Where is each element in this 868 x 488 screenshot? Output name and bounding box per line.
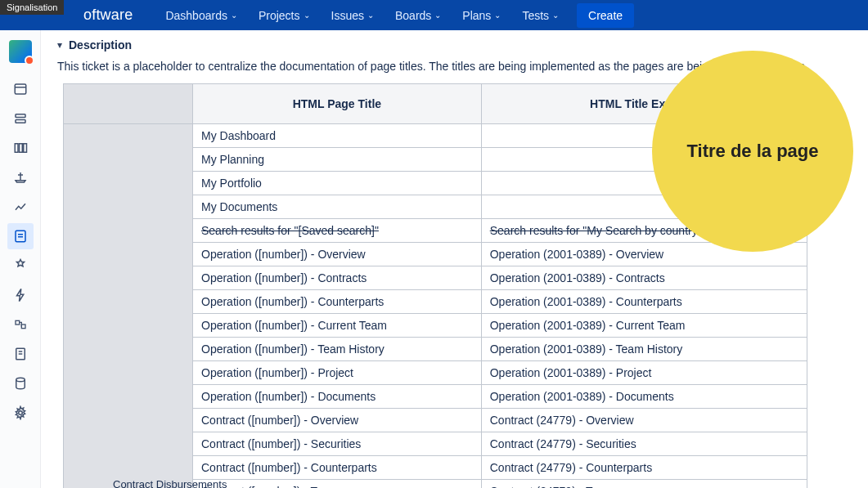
chevron-down-icon: ⌄ bbox=[434, 11, 441, 20]
table-header-blank bbox=[64, 84, 193, 124]
cell-page-title: My Documents bbox=[193, 195, 482, 219]
cell-title-example: Operation (2001-0389) - Documents bbox=[481, 385, 807, 409]
nav-label: Projects bbox=[259, 9, 300, 22]
nav-label: Plans bbox=[462, 9, 491, 22]
nav-item-boards[interactable]: Boards⌄ bbox=[387, 4, 449, 27]
nav-item-projects[interactable]: Projects⌄ bbox=[250, 4, 318, 27]
cell-title-example: Operation (2001-0389) - Project bbox=[481, 361, 807, 385]
cell-page-title: Operation ([number]) - Documents bbox=[193, 385, 482, 409]
cell-title-example: Operation (2001-0389) - Contracts bbox=[481, 266, 807, 290]
signalisation-badge: Signalisation bbox=[0, 0, 64, 15]
cell-title-example: Contract (24779) - Overview bbox=[481, 409, 807, 432]
cell-page-title: Operation ([number]) - Team History bbox=[193, 338, 482, 361]
addon-icon[interactable] bbox=[7, 253, 34, 279]
svg-rect-11 bbox=[21, 325, 25, 329]
cell-page-title: Contract ([number]) - Counterparts bbox=[193, 456, 482, 480]
nav-item-dashboards[interactable]: Dashboards⌄ bbox=[157, 4, 245, 27]
annotation-text: Titre de la page bbox=[687, 141, 819, 162]
cell-title-example: Operation (2001-0389) - Current Team bbox=[481, 314, 807, 338]
svg-rect-10 bbox=[16, 320, 20, 325]
nav-label: Boards bbox=[395, 9, 431, 22]
nav-label: Issues bbox=[331, 9, 364, 22]
svg-point-15 bbox=[16, 378, 25, 382]
cell-title-example: Contract (24779) - Securities bbox=[481, 432, 807, 456]
backlog-icon[interactable] bbox=[7, 105, 34, 132]
row-gutter bbox=[64, 124, 193, 489]
annotation-circle: Titre de la page bbox=[652, 51, 853, 252]
svg-point-16 bbox=[18, 411, 22, 415]
chevron-down-icon: ⌄ bbox=[367, 11, 374, 20]
cell-page-title: Search results for "[Saved search]" bbox=[193, 219, 482, 243]
create-button[interactable]: Create bbox=[577, 3, 634, 28]
section-description-title: Description bbox=[69, 38, 132, 51]
svg-rect-5 bbox=[19, 144, 22, 153]
cell-title-example: Operation (2001-0389) - Counterparts bbox=[481, 290, 807, 314]
svg-rect-6 bbox=[23, 144, 26, 153]
note-icon[interactable] bbox=[7, 341, 34, 367]
cutoff-row-text: Contract Disbursements bbox=[113, 478, 227, 488]
cell-page-title: Contract ([number]) - Securities bbox=[193, 432, 482, 456]
page-icon[interactable] bbox=[7, 223, 34, 249]
cell-page-title: Contract ([number]) - Overview bbox=[193, 409, 482, 432]
chevron-down-icon[interactable]: ▾ bbox=[57, 39, 62, 51]
nav-item-issues[interactable]: Issues⌄ bbox=[323, 4, 382, 27]
archive-icon[interactable] bbox=[7, 370, 34, 396]
chevron-down-icon: ⌄ bbox=[494, 11, 501, 20]
settings-icon[interactable] bbox=[7, 400, 34, 426]
cell-page-title: Operation ([number]) - Current Team bbox=[193, 314, 482, 338]
svg-rect-0 bbox=[15, 84, 26, 94]
cell-page-title: My Dashboard bbox=[193, 124, 482, 148]
project-avatar-icon[interactable] bbox=[9, 40, 32, 63]
left-sidebar bbox=[0, 30, 41, 488]
cell-page-title: My Planning bbox=[193, 148, 482, 172]
cell-title-example: Contract (24779) - Counterparts bbox=[481, 456, 807, 480]
board-icon[interactable] bbox=[7, 135, 34, 161]
cell-page-title: Contract ([number]) - Teams bbox=[193, 480, 482, 489]
chevron-down-icon: ⌄ bbox=[552, 11, 559, 20]
svg-rect-2 bbox=[16, 114, 25, 118]
automation-icon[interactable] bbox=[7, 282, 34, 308]
nav-label: Tests bbox=[522, 9, 549, 22]
svg-rect-3 bbox=[16, 120, 25, 123]
reports-icon[interactable] bbox=[7, 194, 34, 220]
cell-page-title: Operation ([number]) - Contracts bbox=[193, 266, 482, 290]
cell-page-title: Operation ([number]) - Counterparts bbox=[193, 290, 482, 314]
cell-page-title: Operation ([number]) - Project bbox=[193, 361, 482, 385]
nav-item-plans[interactable]: Plans⌄ bbox=[454, 4, 509, 27]
cell-title-example: Operation (2001-0389) - Team History bbox=[481, 338, 807, 361]
nav-item-tests[interactable]: Tests⌄ bbox=[514, 4, 567, 27]
code-icon[interactable] bbox=[7, 311, 34, 338]
svg-rect-4 bbox=[15, 144, 18, 153]
cell-title-example: Contract (24779) - Teams bbox=[481, 480, 807, 489]
top-nav: oftware Dashboards⌄Projects⌄Issues⌄Board… bbox=[0, 0, 868, 30]
table-header-title: HTML Page Title bbox=[193, 84, 482, 124]
chevron-down-icon: ⌄ bbox=[231, 11, 237, 20]
cell-page-title: My Portfolio bbox=[193, 172, 482, 195]
ship-icon[interactable] bbox=[7, 164, 34, 190]
chevron-down-icon: ⌄ bbox=[304, 11, 310, 20]
app-brand: oftware bbox=[83, 7, 133, 24]
window-icon[interactable] bbox=[7, 76, 34, 102]
nav-label: Dashboards bbox=[165, 9, 227, 22]
cell-page-title: Operation ([number]) - Overview bbox=[193, 243, 482, 266]
